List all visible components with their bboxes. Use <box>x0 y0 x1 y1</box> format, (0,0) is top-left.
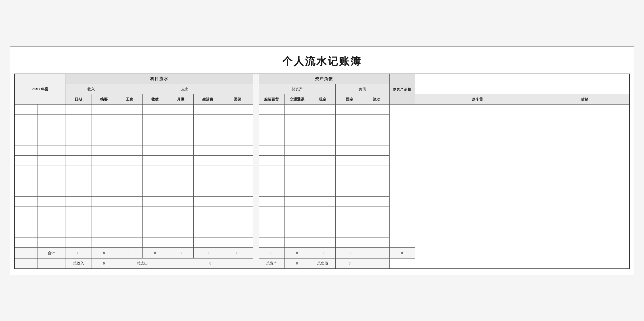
data-cell[interactable] <box>193 237 222 248</box>
data-cell[interactable] <box>117 186 142 197</box>
table-row[interactable] <box>14 135 630 145</box>
data-cell[interactable] <box>66 145 91 156</box>
data-cell[interactable] <box>168 166 193 176</box>
data-cell[interactable] <box>168 186 193 197</box>
data-cell[interactable] <box>14 227 37 237</box>
data-cell[interactable] <box>142 166 168 176</box>
data-cell[interactable] <box>14 135 37 145</box>
data-cell[interactable] <box>117 217 142 227</box>
data-cell[interactable] <box>66 186 91 197</box>
data-cell[interactable] <box>142 186 168 197</box>
data-cell[interactable] <box>222 237 253 248</box>
data-cell[interactable] <box>364 227 389 237</box>
data-cell[interactable] <box>168 156 193 166</box>
data-cell[interactable] <box>117 105 142 115</box>
data-cell[interactable] <box>91 197 117 207</box>
data-cell[interactable] <box>284 227 310 237</box>
data-cell[interactable] <box>259 135 284 145</box>
data-cell[interactable] <box>91 166 117 176</box>
table-row[interactable] <box>14 217 630 227</box>
data-cell[interactable] <box>91 135 117 145</box>
data-cell[interactable] <box>364 145 389 156</box>
data-cell[interactable] <box>310 145 335 156</box>
data-cell[interactable] <box>222 186 253 197</box>
data-cell[interactable] <box>364 125 389 135</box>
table-row[interactable] <box>14 207 630 217</box>
data-cell[interactable] <box>193 207 222 217</box>
data-cell[interactable] <box>310 217 335 227</box>
data-cell[interactable] <box>91 105 117 115</box>
data-cell[interactable] <box>364 197 389 207</box>
data-cell[interactable] <box>284 186 310 197</box>
data-cell[interactable] <box>222 227 253 237</box>
data-cell[interactable] <box>37 186 66 197</box>
data-cell[interactable] <box>259 197 284 207</box>
data-cell[interactable] <box>222 197 253 207</box>
data-cell[interactable] <box>310 105 335 115</box>
data-cell[interactable] <box>310 125 335 135</box>
table-row[interactable] <box>14 115 630 125</box>
data-cell[interactable] <box>310 186 335 197</box>
data-cell[interactable] <box>284 197 310 207</box>
data-cell[interactable] <box>335 166 364 176</box>
data-cell[interactable] <box>284 156 310 166</box>
data-cell[interactable] <box>37 217 66 227</box>
data-cell[interactable] <box>14 217 37 227</box>
data-cell[interactable] <box>14 105 37 115</box>
data-cell[interactable] <box>168 227 193 237</box>
data-cell[interactable] <box>284 135 310 145</box>
data-cell[interactable] <box>117 115 142 125</box>
data-cell[interactable] <box>117 145 142 156</box>
data-cell[interactable] <box>335 135 364 145</box>
data-cell[interactable] <box>222 115 253 125</box>
data-cell[interactable] <box>284 105 310 115</box>
data-cell[interactable] <box>168 125 193 135</box>
data-cell[interactable] <box>37 135 66 145</box>
data-cell[interactable] <box>168 217 193 227</box>
data-cell[interactable] <box>284 237 310 248</box>
data-cell[interactable] <box>14 166 37 176</box>
data-cell[interactable] <box>168 207 193 217</box>
data-cell[interactable] <box>14 145 37 156</box>
data-cell[interactable] <box>66 105 91 115</box>
data-cell[interactable] <box>37 197 66 207</box>
data-cell[interactable] <box>193 217 222 227</box>
data-cell[interactable] <box>91 227 117 237</box>
data-cell[interactable] <box>117 156 142 166</box>
data-cell[interactable] <box>142 207 168 217</box>
data-cell[interactable] <box>14 207 37 217</box>
data-cell[interactable] <box>222 166 253 176</box>
data-cell[interactable] <box>168 145 193 156</box>
data-cell[interactable] <box>66 207 91 217</box>
data-cell[interactable] <box>310 197 335 207</box>
data-cell[interactable] <box>168 176 193 186</box>
table-row[interactable] <box>14 105 630 115</box>
data-cell[interactable] <box>91 176 117 186</box>
data-cell[interactable] <box>91 156 117 166</box>
table-row[interactable] <box>14 156 630 166</box>
data-cell[interactable] <box>66 237 91 248</box>
table-row[interactable] <box>14 186 630 197</box>
data-cell[interactable] <box>335 197 364 207</box>
table-row[interactable] <box>14 166 630 176</box>
data-cell[interactable] <box>37 166 66 176</box>
data-cell[interactable] <box>168 105 193 115</box>
table-row[interactable] <box>14 237 630 248</box>
data-cell[interactable] <box>335 237 364 248</box>
data-cell[interactable] <box>117 237 142 248</box>
data-cell[interactable] <box>66 176 91 186</box>
data-cell[interactable] <box>310 156 335 166</box>
data-cell[interactable] <box>117 135 142 145</box>
data-cell[interactable] <box>310 176 335 186</box>
data-cell[interactable] <box>142 217 168 227</box>
data-cell[interactable] <box>310 115 335 125</box>
data-cell[interactable] <box>142 135 168 145</box>
data-cell[interactable] <box>66 166 91 176</box>
data-cell[interactable] <box>37 237 66 248</box>
data-cell[interactable] <box>14 186 37 197</box>
data-cell[interactable] <box>91 145 117 156</box>
data-cell[interactable] <box>168 115 193 125</box>
data-cell[interactable] <box>66 115 91 125</box>
data-cell[interactable] <box>335 227 364 237</box>
data-cell[interactable] <box>259 115 284 125</box>
